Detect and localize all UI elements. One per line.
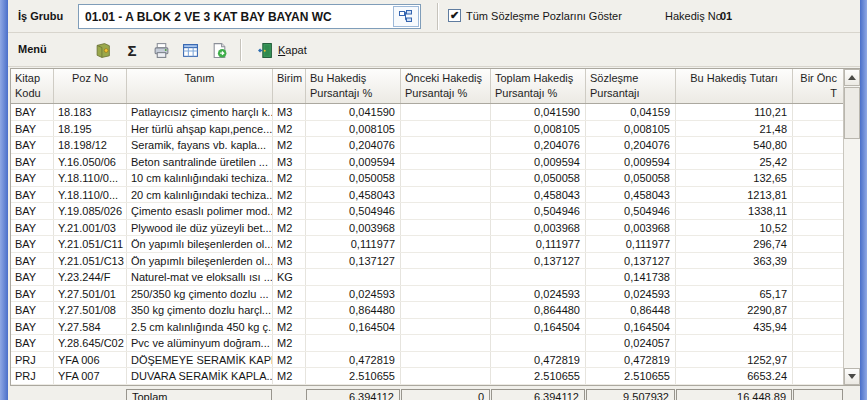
- cell-sozlesme[interactable]: 0,204076: [586, 137, 676, 153]
- is-grubu-value[interactable]: 01.01 - A BLOK 2 VE 3 KAT BAY BAYAN WC: [79, 10, 393, 24]
- cell-sozlesme[interactable]: 0,458043: [586, 187, 676, 203]
- sum-button[interactable]: Σ: [122, 39, 142, 61]
- cell-kitap-kodu[interactable]: BAY: [11, 302, 54, 318]
- cell-onceki-tutar[interactable]: [793, 286, 844, 302]
- cell-sozlesme[interactable]: 0,137127: [586, 253, 676, 269]
- menu-button[interactable]: Menü: [18, 43, 47, 55]
- col-header-kitap-kodu[interactable]: Kitap Kodu: [11, 69, 54, 103]
- cell-onceki-pursantaj[interactable]: [401, 220, 491, 236]
- vertical-scrollbar[interactable]: [843, 69, 860, 385]
- cell-sozlesme[interactable]: 0,024057: [586, 335, 676, 351]
- cell-bu-pursantaj[interactable]: 0,009594: [306, 154, 401, 170]
- cell-tanim[interactable]: Pvc ve alüminyum doğram...: [127, 335, 273, 351]
- cell-toplam-pursantaj[interactable]: 0,009594: [491, 154, 586, 170]
- cell-poz-no[interactable]: Y.21.001/03: [54, 220, 127, 236]
- cell-poz-no[interactable]: Y.19.085/026: [54, 203, 127, 219]
- cell-tanim[interactable]: Çimento esaslı polimer mod...: [127, 203, 273, 219]
- table-row[interactable]: BAY Y.21.051/C13 Ön yapımlı bileşenlerde…: [11, 253, 844, 270]
- cell-poz-no[interactable]: Y.27.501/01: [54, 286, 127, 302]
- cell-kitap-kodu[interactable]: BAY: [11, 319, 54, 335]
- col-header-bu-pursantaj[interactable]: Bu Hakediş Pursantajı %: [306, 69, 401, 103]
- col-header-sozlesme[interactable]: Sözleşme Pursantajı: [586, 69, 676, 103]
- cell-sozlesme[interactable]: 0,472819: [586, 352, 676, 368]
- cell-onceki-tutar[interactable]: [793, 335, 844, 351]
- cell-toplam-pursantaj[interactable]: 0,111977: [491, 236, 586, 252]
- cell-tanim[interactable]: DÖŞEMEYE SERAMİK KAPL...: [127, 352, 273, 368]
- cell-sozlesme[interactable]: 0,003968: [586, 220, 676, 236]
- cell-birim[interactable]: M2: [273, 187, 306, 203]
- cell-kitap-kodu[interactable]: BAY: [11, 187, 54, 203]
- table-row[interactable]: BAY Y.21.001/03 Plywood ile düz yüzeyli …: [11, 220, 844, 237]
- cell-bu-pursantaj[interactable]: 0,050058: [306, 170, 401, 186]
- cell-sozlesme[interactable]: 0,86448: [586, 302, 676, 318]
- table-row[interactable]: BAY Y.18.110/0... 10 cm kalınlığındaki t…: [11, 170, 844, 187]
- cell-onceki-tutar[interactable]: [793, 220, 844, 236]
- cell-onceki-pursantaj[interactable]: [401, 170, 491, 186]
- cell-onceki-tutar[interactable]: [793, 269, 844, 285]
- cell-kitap-kodu[interactable]: PRJ: [11, 352, 54, 368]
- cell-birim[interactable]: M2: [273, 170, 306, 186]
- scroll-up-button[interactable]: [844, 69, 860, 86]
- table-row[interactable]: BAY Y.21.051/C11 Ön yapımlı bileşenlerde…: [11, 236, 844, 253]
- cell-toplam-pursantaj[interactable]: 0,041590: [491, 104, 586, 120]
- cell-toplam-pursantaj[interactable]: 2.510655: [491, 368, 586, 384]
- cell-bu-tutar[interactable]: 6653.24: [676, 368, 793, 384]
- cell-bu-tutar[interactable]: 1338,11: [676, 203, 793, 219]
- cell-bu-tutar[interactable]: 435,94: [676, 319, 793, 335]
- cell-poz-no[interactable]: YFA 006: [54, 352, 127, 368]
- cell-birim[interactable]: M2: [273, 220, 306, 236]
- cell-sozlesme[interactable]: 0,009594: [586, 154, 676, 170]
- cell-birim[interactable]: M2: [273, 121, 306, 137]
- cell-kitap-kodu[interactable]: BAY: [11, 203, 54, 219]
- table-row[interactable]: PRJ YFA 007 DUVARA SERAMİK KAPLA... M2 2…: [11, 368, 844, 385]
- cell-tanim[interactable]: Plywood ile düz yüzeyli bet...: [127, 220, 273, 236]
- cell-toplam-pursantaj[interactable]: 0,008105: [491, 121, 586, 137]
- cell-sozlesme[interactable]: 0,04159: [586, 104, 676, 120]
- cell-bu-tutar[interactable]: 540,80: [676, 137, 793, 153]
- cell-sozlesme[interactable]: 0,164504: [586, 319, 676, 335]
- kapat-button[interactable]: Kapat: [253, 41, 311, 60]
- cell-onceki-tutar[interactable]: [793, 253, 844, 269]
- col-header-toplam-pursantaj[interactable]: Toplam Hakediş Pursantajı %: [491, 69, 586, 103]
- cell-bu-pursantaj[interactable]: 0,041590: [306, 104, 401, 120]
- cell-onceki-tutar[interactable]: [793, 154, 844, 170]
- col-header-poz-no[interactable]: Poz No: [54, 69, 127, 103]
- cell-poz-no[interactable]: 18.198/12: [54, 137, 127, 153]
- table-row[interactable]: BAY Y.27.584 2.5 cm kalınlığında 450 kg …: [11, 319, 844, 336]
- show-all-checkbox[interactable]: ✔: [448, 9, 461, 22]
- cell-bu-pursantaj[interactable]: 0,472819: [306, 352, 401, 368]
- cell-toplam-pursantaj[interactable]: 0,472819: [491, 352, 586, 368]
- cell-kitap-kodu[interactable]: BAY: [11, 253, 54, 269]
- table-row[interactable]: BAY Y.16.050/06 Beton santralinde üretil…: [11, 154, 844, 171]
- cell-tanim[interactable]: Ön yapımlı bileşenlerden ol...: [127, 253, 273, 269]
- scroll-down-button[interactable]: [844, 368, 860, 385]
- col-header-birim[interactable]: Birim: [273, 69, 306, 103]
- cell-bu-tutar[interactable]: 65,17: [676, 286, 793, 302]
- is-grubu-tree-button[interactable]: [393, 6, 419, 27]
- table-row[interactable]: BAY Y.18.110/0... 20 cm kalınlığındaki t…: [11, 187, 844, 204]
- cell-kitap-kodu[interactable]: BAY: [11, 170, 54, 186]
- cell-bu-tutar[interactable]: 363,39: [676, 253, 793, 269]
- scrollbar-thumb[interactable]: [844, 87, 860, 139]
- cell-poz-no[interactable]: Y.21.051/C13: [54, 253, 127, 269]
- cell-bu-tutar[interactable]: 1213,81: [676, 187, 793, 203]
- cell-sozlesme[interactable]: 0,111977: [586, 236, 676, 252]
- cell-toplam-pursantaj[interactable]: [491, 335, 586, 351]
- cell-bu-tutar[interactable]: [676, 335, 793, 351]
- cell-onceki-pursantaj[interactable]: [401, 286, 491, 302]
- cell-toplam-pursantaj[interactable]: 0,024593: [491, 286, 586, 302]
- cell-onceki-pursantaj[interactable]: [401, 104, 491, 120]
- cell-onceki-pursantaj[interactable]: [401, 253, 491, 269]
- grid-view-button[interactable]: [180, 39, 200, 61]
- cell-kitap-kodu[interactable]: BAY: [11, 220, 54, 236]
- table-row[interactable]: BAY 18.198/12 Seramik, fayans vb. kapla.…: [11, 137, 844, 154]
- cell-onceki-tutar[interactable]: [793, 368, 844, 384]
- cell-birim[interactable]: M2: [273, 203, 306, 219]
- cell-kitap-kodu[interactable]: BAY: [11, 269, 54, 285]
- cell-bu-pursantaj[interactable]: 2.510655: [306, 368, 401, 384]
- cell-bu-tutar[interactable]: 1252,97: [676, 352, 793, 368]
- cell-tanim[interactable]: 20 cm kalınlığındaki techiza...: [127, 187, 273, 203]
- cell-tanim[interactable]: Patlayıcısız çimento harçlı k...: [127, 104, 273, 120]
- col-header-onceki-tutar[interactable]: Bir Önc T: [793, 69, 844, 103]
- cell-birim[interactable]: M2: [273, 286, 306, 302]
